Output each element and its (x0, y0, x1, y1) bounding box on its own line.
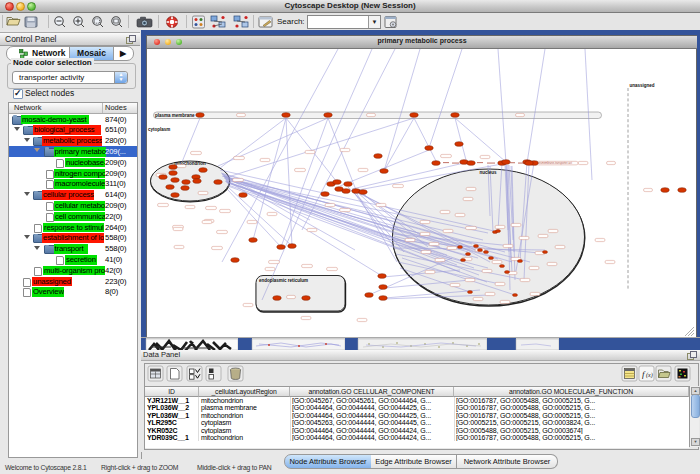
svg-text:endoplasmic reticulum: endoplasmic reticulum (259, 278, 308, 283)
svg-text:cytoplasm: cytoplasm (148, 127, 170, 132)
svg-text:unassigned: unassigned (630, 83, 655, 88)
svg-text:nucleus: nucleus (479, 170, 497, 175)
svg-text:plasma membrane: plasma membrane (155, 113, 195, 118)
svg-text:transmembrane-transporter-act: transmembrane-transporter-act (536, 161, 572, 165)
svg-text:(x): (x) (646, 372, 653, 379)
